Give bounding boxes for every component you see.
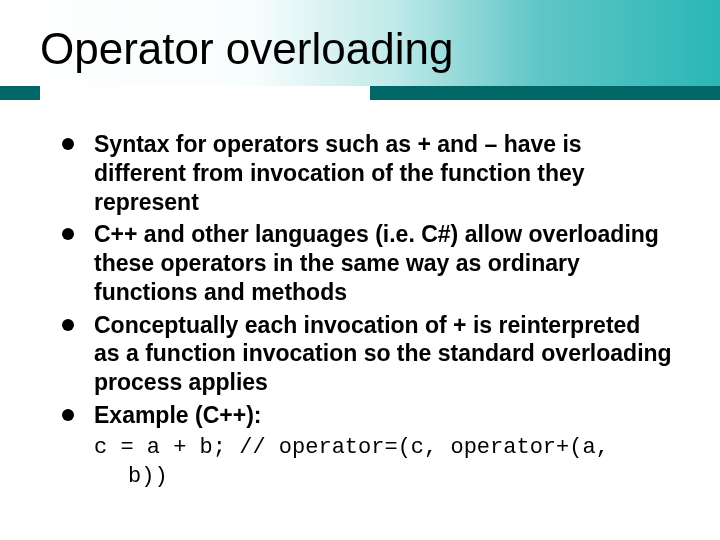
title-area: Operator overloading (0, 0, 720, 86)
slide-body: Syntax for operators such as + and – hav… (0, 100, 720, 511)
divider-bar (0, 86, 720, 100)
bullet-item-2: C++ and other languages (i.e. C#) allow … (60, 220, 672, 306)
bullet-item-1: Syntax for operators such as + and – hav… (60, 130, 672, 216)
bullet-list: Syntax for operators such as + and – hav… (60, 130, 672, 430)
code-line-2: b)) (60, 463, 672, 491)
bullet-item-4: Example (C++): (60, 401, 672, 430)
bullet-item-3: Conceptually each invocation of + is rei… (60, 311, 672, 397)
code-line-1: c = a + b; // operator=(c, operator+(a, (60, 434, 672, 462)
slide-title: Operator overloading (40, 24, 720, 74)
slide: Operator overloading Syntax for operator… (0, 0, 720, 540)
